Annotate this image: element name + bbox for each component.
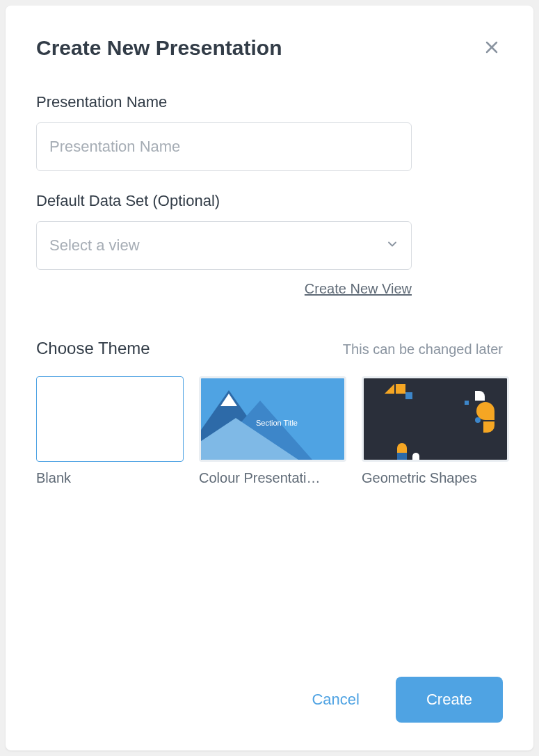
modal-header: Create New Presentation <box>36 36 503 60</box>
theme-hint: This can be changed later <box>343 341 503 357</box>
presentation-name-label: Presentation Name <box>36 93 503 111</box>
theme-header: Choose Theme This can be changed later <box>36 339 503 358</box>
theme-preview-colour: Section Title <box>199 376 346 462</box>
presentation-name-group: Presentation Name <box>36 93 503 171</box>
modal-footer: Cancel Create <box>36 677 503 723</box>
dataset-group: Default Data Set (Optional) Select a vie… <box>36 192 503 270</box>
theme-label: Geometric Shapes <box>362 470 509 486</box>
theme-title: Choose Theme <box>36 339 150 358</box>
theme-preview-blank <box>36 376 184 462</box>
theme-label: Blank <box>36 470 184 486</box>
create-button[interactable]: Create <box>396 677 503 723</box>
theme-card-geometric[interactable]: Geometric Shapes <box>362 376 509 486</box>
close-icon <box>483 47 500 58</box>
theme-preview-geometric <box>362 376 509 462</box>
theme-preview-text: Section Title <box>256 418 298 426</box>
theme-label: Colour Presentati… <box>199 470 346 486</box>
theme-card-colour[interactable]: Section Title Colour Presentati… <box>199 376 346 486</box>
dataset-select-wrap: Select a view <box>36 221 412 270</box>
theme-grid: Blank Section Title Colour Presentati… <box>36 376 503 486</box>
cancel-button[interactable]: Cancel <box>298 678 373 721</box>
create-new-view-link[interactable]: Create New View <box>305 281 412 297</box>
dataset-label: Default Data Set (Optional) <box>36 192 503 210</box>
dataset-select[interactable]: Select a view <box>36 221 412 270</box>
create-presentation-modal: Create New Presentation Presentation Nam… <box>6 6 533 750</box>
presentation-name-input[interactable] <box>36 122 412 171</box>
modal-title: Create New Presentation <box>36 36 282 60</box>
close-button[interactable] <box>481 36 503 58</box>
theme-card-blank[interactable]: Blank <box>36 376 184 486</box>
create-view-row: Create New View <box>36 281 412 297</box>
